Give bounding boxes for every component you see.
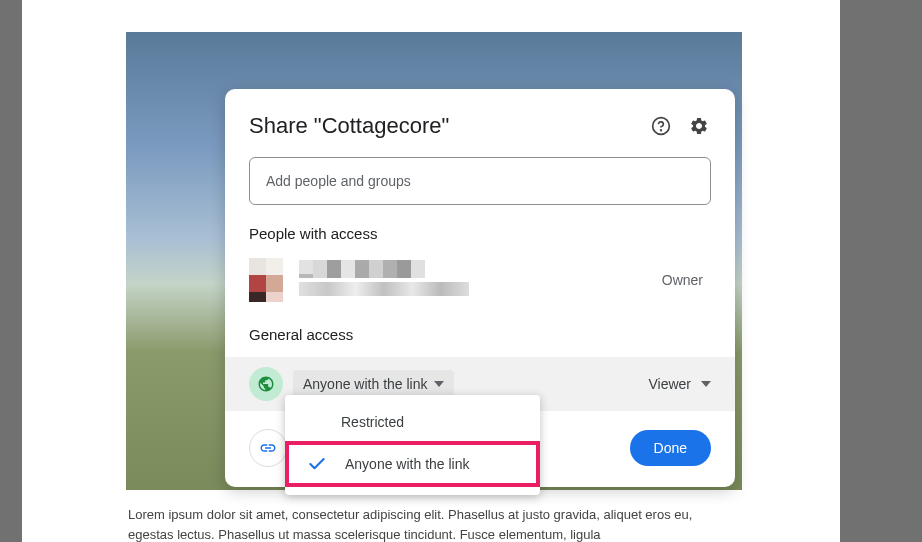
body-text: Lorem ipsum dolor sit amet, consectetur …	[128, 505, 740, 542]
access-dropdown-menu: Restricted Anyone with the link	[285, 395, 540, 495]
add-people-area	[225, 157, 735, 205]
access-dropdown[interactable]: Anyone with the link	[293, 370, 454, 398]
globe-icon	[249, 367, 283, 401]
access-dropdown-label: Anyone with the link	[303, 376, 428, 392]
dropdown-option-restricted[interactable]: Restricted	[285, 403, 540, 441]
svg-point-1	[661, 130, 662, 131]
dropdown-option-anyone[interactable]: Anyone with the link	[285, 441, 540, 487]
done-button[interactable]: Done	[630, 430, 711, 466]
dialog-title: Share "Cottagecore"	[249, 113, 649, 139]
add-people-input[interactable]	[249, 157, 711, 205]
settings-icon[interactable]	[687, 114, 711, 138]
avatar	[249, 258, 283, 302]
header-icons	[649, 114, 711, 138]
viewer-label: Viewer	[648, 376, 691, 392]
people-row: Owner	[225, 256, 735, 304]
share-dialog: Share "Cottagecore" People with access	[225, 89, 735, 487]
people-with-access-label: People with access	[225, 225, 735, 242]
dialog-header: Share "Cottagecore"	[225, 113, 735, 139]
help-icon[interactable]	[649, 114, 673, 138]
owner-role: Owner	[662, 272, 703, 288]
dropdown-option-label: Anyone with the link	[345, 456, 470, 472]
viewer-dropdown[interactable]: Viewer	[648, 376, 711, 392]
general-access-label: General access	[225, 326, 735, 343]
check-icon	[307, 454, 327, 474]
caret-down-icon	[701, 381, 711, 387]
copy-link-button[interactable]	[249, 429, 287, 467]
caret-down-icon	[434, 381, 444, 387]
page-margin-left	[0, 0, 22, 542]
page-margin-right	[840, 0, 922, 542]
person-name-redacted	[299, 260, 479, 300]
